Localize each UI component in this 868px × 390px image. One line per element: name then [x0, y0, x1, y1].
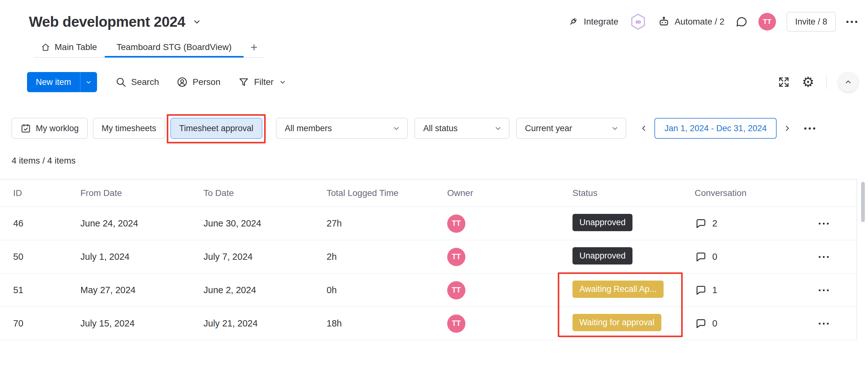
previous-period-button[interactable]: [635, 120, 652, 137]
next-period-button[interactable]: [779, 120, 796, 137]
date-range-label: Jan 1, 2024 - Dec 31, 2024: [664, 123, 767, 133]
members-dropdown[interactable]: All members: [276, 118, 408, 139]
row-menu-icon[interactable]: [819, 223, 829, 225]
cell-from-date[interactable]: June 24, 2024: [81, 218, 204, 229]
table-row[interactable]: 46 June 24, 2024 June 30, 2024 27h TT Un…: [0, 207, 857, 240]
person-filter-button[interactable]: Person: [177, 77, 220, 88]
board-title-chevron-down-icon[interactable]: [192, 16, 202, 27]
tab-main-table[interactable]: Main Table: [33, 37, 104, 57]
cell-owner: TT: [447, 215, 572, 233]
cell-conversation: 0: [695, 251, 804, 263]
cell-from-date[interactable]: May 27, 2024: [81, 285, 204, 295]
filter-button[interactable]: Filter: [238, 77, 287, 88]
column-header-from-date[interactable]: From Date: [81, 188, 204, 198]
cell-to-date[interactable]: July 21, 2024: [204, 318, 327, 329]
column-header-owner[interactable]: Owner: [447, 188, 572, 198]
integrate-label: Integrate: [584, 17, 619, 27]
status-badge[interactable]: Awaiting Recall Ap...: [572, 281, 663, 298]
fullscreen-icon[interactable]: [778, 76, 790, 88]
cell-total-time: 2h: [327, 252, 447, 262]
new-item-button[interactable]: New item: [27, 72, 97, 92]
automate-button[interactable]: Automate / 2: [658, 16, 724, 28]
cell-id: 46: [13, 218, 81, 229]
status-badge[interactable]: Unapproved: [572, 247, 632, 264]
cell-owner: TT: [447, 248, 572, 266]
conversation-bubble-icon[interactable]: [695, 251, 707, 263]
my-worklog-button[interactable]: My worklog: [11, 118, 88, 139]
chevron-down-icon: [392, 123, 401, 133]
conversation-bubble-icon[interactable]: [695, 217, 707, 230]
new-item-dropdown-button[interactable]: [80, 72, 97, 92]
filter-more-options-icon[interactable]: [804, 128, 815, 130]
filter-bar: My worklog My timesheets Timesheet appro…: [11, 118, 859, 139]
column-header-id[interactable]: ID: [13, 188, 81, 198]
invite-button[interactable]: Invite / 8: [787, 12, 836, 31]
my-worklog-label: My worklog: [36, 123, 79, 133]
conversation-count: 1: [712, 285, 717, 295]
row-menu-icon[interactable]: [819, 323, 829, 325]
column-header-total-logged-time[interactable]: Total Logged Time: [327, 188, 447, 198]
board-header: Web development 2024 Integrate ∞ Automat…: [0, 0, 868, 31]
cell-to-date[interactable]: July 7, 2024: [204, 252, 327, 262]
cell-id: 70: [13, 318, 81, 329]
cell-to-date[interactable]: June 30, 2024: [204, 218, 327, 229]
filter-funnel-icon: [238, 77, 249, 88]
timesheet-approval-button[interactable]: Timesheet approval: [170, 118, 262, 139]
status-badge[interactable]: Waiting for approval: [572, 314, 661, 331]
date-range-button[interactable]: Jan 1, 2024 - Dec 31, 2024: [654, 118, 777, 139]
toolbar-divider: [826, 75, 827, 89]
person-icon: [177, 77, 188, 88]
tab-teamboard-stg[interactable]: Teamboard STG (BoardView): [104, 37, 244, 57]
cell-to-date[interactable]: June 2, 2024: [204, 285, 327, 295]
my-timesheets-button[interactable]: My timesheets: [93, 118, 165, 139]
chat-icon[interactable]: [735, 16, 748, 28]
header-more-options-icon[interactable]: [846, 21, 857, 23]
toolbar-right-actions: ⚙: [778, 72, 858, 92]
timesheet-table: ID From Date To Date Total Logged Time O…: [0, 179, 857, 340]
items-count: 4 items / 4 items: [11, 156, 868, 166]
cell-id: 51: [13, 285, 81, 295]
cell-id: 50: [13, 252, 81, 262]
owner-avatar[interactable]: TT: [447, 248, 465, 266]
filter-label: Filter: [254, 77, 274, 87]
table-row[interactable]: 70 July 15, 2024 July 21, 2024 18h TT Wa…: [0, 307, 857, 340]
integrations-hexagon-badge-icon[interactable]: ∞: [629, 12, 647, 31]
row-menu-icon[interactable]: [819, 256, 829, 258]
cell-from-date[interactable]: July 1, 2024: [81, 252, 204, 262]
table-row[interactable]: 50 July 1, 2024 July 7, 2024 2h TT Unapp…: [0, 240, 857, 274]
settings-gear-icon[interactable]: ⚙: [802, 75, 814, 89]
integrate-button[interactable]: Integrate: [567, 16, 619, 28]
conversation-bubble-icon[interactable]: [695, 284, 707, 297]
cell-from-date[interactable]: July 15, 2024: [81, 318, 204, 329]
vertical-scrollbar[interactable]: [861, 182, 865, 383]
column-header-status[interactable]: Status: [572, 188, 695, 198]
period-dropdown[interactable]: Current year: [516, 118, 626, 139]
owner-avatar[interactable]: TT: [447, 314, 465, 333]
cell-conversation: 2: [695, 217, 804, 230]
row-menu-icon[interactable]: [819, 289, 829, 291]
owner-avatar[interactable]: TT: [447, 281, 465, 300]
chevron-down-icon: [493, 123, 503, 133]
status-badge[interactable]: Unapproved: [572, 214, 632, 231]
add-view-tab[interactable]: +: [244, 37, 265, 57]
collapse-header-button[interactable]: [838, 72, 858, 92]
new-item-label[interactable]: New item: [27, 72, 80, 92]
cell-conversation: 1: [695, 284, 804, 297]
page-title[interactable]: Web development 2024: [29, 13, 185, 30]
search-button[interactable]: Search: [115, 77, 159, 88]
timesheet-approval-label: Timesheet approval: [179, 123, 253, 133]
automate-label: Automate / 2: [675, 17, 724, 27]
table-row[interactable]: 51 May 27, 2024 June 2, 2024 0h TT Await…: [0, 274, 857, 307]
my-timesheets-label: My timesheets: [102, 123, 156, 133]
column-header-conversation[interactable]: Conversation: [695, 188, 804, 198]
user-avatar[interactable]: TT: [758, 13, 776, 30]
cell-actions: [804, 289, 843, 291]
scrollbar-thumb[interactable]: [861, 182, 865, 222]
column-header-to-date[interactable]: To Date: [204, 188, 327, 198]
conversation-bubble-icon[interactable]: [695, 317, 707, 330]
conversation-count: 2: [712, 218, 717, 229]
integrations-plug-icon: [567, 16, 579, 28]
status-dropdown[interactable]: All status: [414, 118, 509, 139]
owner-avatar[interactable]: TT: [447, 215, 465, 233]
search-label: Search: [131, 77, 159, 87]
